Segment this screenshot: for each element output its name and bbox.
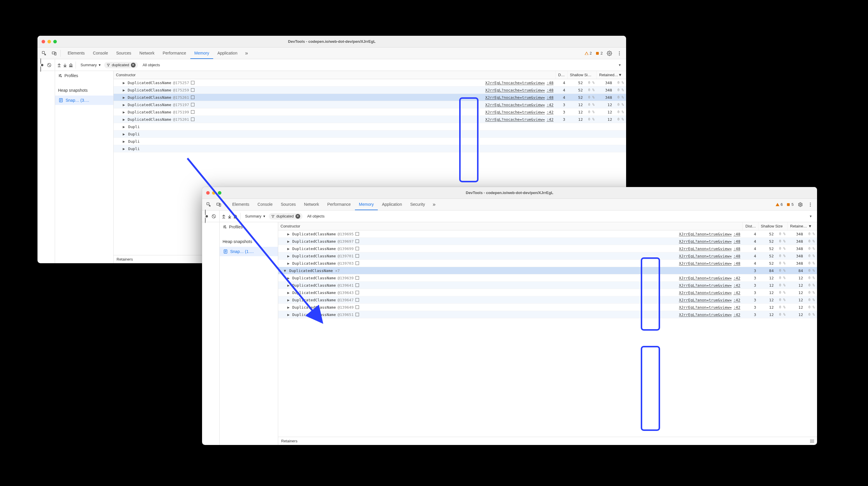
device-toolbar-icon[interactable] [214, 200, 224, 209]
source-link[interactable]: XJrrEgL?anon=true&view= [679, 232, 732, 236]
grip-icon[interactable] [810, 440, 814, 442]
source-link[interactable]: XJrrEgL?nocache=true&view= [485, 95, 545, 100]
upload-icon[interactable] [57, 63, 62, 67]
tab-application[interactable]: Application [378, 199, 406, 210]
col-shallow[interactable]: Shallow Si… [567, 71, 597, 79]
col-retained[interactable]: Retained…▼ [597, 71, 626, 79]
titlebar[interactable]: DevTools - codepen.io/web-dot-dev/pen/XJ… [37, 36, 626, 48]
chevron-down-icon[interactable]: ▾ [619, 63, 624, 67]
heap-object-row[interactable]: ▶ DuplicatedClassName @175199XJrrEgL?noc… [114, 109, 626, 116]
view-mode-select[interactable]: Summary ▾ [243, 213, 268, 220]
kebab-menu-icon[interactable] [614, 48, 624, 58]
heap-object-row[interactable]: ▶ DuplicatedClassName @175197XJrrEgL?noc… [114, 101, 626, 109]
tab-elements[interactable]: Elements [228, 199, 253, 210]
col-constructor[interactable]: Constructor [278, 222, 743, 230]
heap-object-row[interactable]: ▶ DuplicatedClassName @139647XJrrEgL?ano… [278, 296, 817, 304]
download-icon[interactable] [227, 214, 232, 219]
tab-security[interactable]: Security [406, 199, 429, 210]
heap-object-row[interactable]: ▶ DuplicatedClassName @139701XJrrEgL?ano… [278, 252, 817, 260]
source-link[interactable]: XJrrEgL?anon=true&view= [679, 261, 732, 265]
source-link[interactable]: XJrrEgL?anon=true&view= [679, 276, 732, 280]
close-button[interactable] [41, 40, 45, 44]
download-icon[interactable] [63, 63, 67, 67]
device-toolbar-icon[interactable] [49, 48, 59, 58]
col-shallow[interactable]: Shallow Size [758, 222, 788, 230]
clear-filter-icon[interactable]: ✕ [296, 214, 300, 219]
heap-object-row[interactable]: ▶ Dupli [114, 145, 626, 152]
source-link[interactable]: XJrrEgL?anon=true&view= [679, 305, 732, 310]
kebab-menu-icon[interactable] [805, 200, 815, 209]
source-link[interactable]: XJrrEgL?nocache=true&view= [485, 81, 545, 85]
heap-object-row[interactable]: ▶ Dupli [114, 131, 626, 138]
clear-icon[interactable] [47, 63, 52, 67]
heap-object-row[interactable]: ▶ Dupli [114, 123, 626, 131]
titlebar[interactable]: DevTools - codepen.io/web-dot-dev/pen/XJ… [202, 187, 817, 199]
heap-object-row[interactable]: ▶ DuplicatedClassName @139639XJrrEgL?ano… [278, 274, 817, 282]
inspect-element-icon[interactable] [39, 48, 49, 58]
warnings-badge[interactable]: 6 [775, 202, 783, 207]
tab-sources[interactable]: Sources [112, 48, 135, 59]
retainers-panel-header[interactable]: Retainers [278, 437, 817, 445]
source-link[interactable]: XJrrEgL?nocache=true&view= [485, 117, 545, 122]
source-link[interactable]: XJrrEgL?anon=true&view= [679, 239, 732, 244]
source-link[interactable]: XJrrEgL?anon=true&view= [679, 290, 732, 295]
source-link[interactable]: XJrrEgL?nocache=true&view= [485, 103, 545, 107]
upload-icon[interactable] [221, 214, 226, 219]
source-link[interactable]: XJrrEgL?anon=true&view= [679, 283, 732, 288]
snapshot-item[interactable]: Snap… (1.… [220, 247, 278, 256]
tab-console[interactable]: Console [89, 48, 112, 59]
source-link[interactable]: XJrrEgL?anon=true&view= [679, 247, 732, 251]
gc-icon[interactable] [68, 63, 73, 67]
maximize-button[interactable] [53, 40, 57, 44]
heap-object-row[interactable]: ▶ DuplicatedClassName @175261XJrrEgL?noc… [114, 94, 626, 101]
issues-badge[interactable]: 2 [595, 51, 603, 55]
gc-icon[interactable] [233, 214, 238, 219]
heap-object-row[interactable]: ▶ DuplicatedClassName @139649XJrrEgL?ano… [278, 304, 817, 311]
col-retained[interactable]: Retaine… ▼ [788, 222, 817, 230]
close-button[interactable] [206, 191, 210, 195]
source-link[interactable]: XJrrEgL?anon=true&view= [679, 254, 732, 258]
col-distance[interactable]: Di… [556, 71, 567, 79]
settings-icon[interactable] [795, 200, 805, 209]
heap-object-row[interactable]: ▶ DuplicatedClassName @175259XJrrEgL?noc… [114, 86, 626, 94]
heap-object-row[interactable]: ▶ DuplicatedClassName @139703XJrrEgL?ano… [278, 260, 817, 267]
source-link[interactable]: XJrrEgL?nocache=true&view= [485, 110, 545, 114]
tab-console[interactable]: Console [253, 199, 276, 210]
heap-object-row[interactable]: ▶ DuplicatedClassName @139697XJrrEgL?ano… [278, 238, 817, 245]
source-link[interactable]: XJrrEgL?anon=true&view= [679, 298, 732, 302]
source-link[interactable]: XJrrEgL?anon=true&view= [679, 312, 732, 317]
heap-object-row[interactable]: ▶ DuplicatedClassName @139641XJrrEgL?ano… [278, 282, 817, 289]
heap-object-row[interactable]: ▶ DuplicatedClassName @139699XJrrEgL?ano… [278, 245, 817, 252]
maximize-button[interactable] [218, 191, 221, 195]
heap-object-row[interactable]: ▶ DuplicatedClassName @175257XJrrEgL?noc… [114, 79, 626, 86]
chevron-down-icon[interactable]: ▾ [810, 214, 815, 218]
tab-performance[interactable]: Performance [323, 199, 354, 210]
settings-icon[interactable] [604, 48, 614, 58]
tab-network[interactable]: Network [300, 199, 323, 210]
snapshot-item[interactable]: Snap… (3.… [55, 95, 113, 105]
heap-object-row[interactable]: ▶ DuplicatedClassName @139695XJrrEgL?ano… [278, 230, 817, 238]
class-filter-chip[interactable]: duplicated ✕ [104, 62, 138, 68]
clear-icon[interactable] [211, 214, 216, 219]
heap-object-row[interactable]: ▶ DuplicatedClassName @139643XJrrEgL?ano… [278, 289, 817, 296]
tab-sources[interactable]: Sources [277, 199, 300, 210]
record-icon[interactable] [40, 59, 44, 71]
heap-object-row[interactable]: ▶ Dupli [114, 138, 626, 145]
tab-elements[interactable]: Elements [64, 48, 89, 59]
col-distance[interactable]: Dist… [743, 222, 758, 230]
tab-network[interactable]: Network [135, 48, 158, 59]
objects-filter-select[interactable]: All objects [140, 62, 164, 68]
tab-memory[interactable]: Memory [355, 199, 378, 210]
minimize-button[interactable] [48, 40, 51, 44]
view-mode-select[interactable]: Summary ▾ [78, 62, 103, 68]
issues-badge[interactable]: 5 [786, 202, 794, 207]
heap-group-row[interactable]: ▼ DuplicatedClassName ×73840 %840 % [278, 267, 817, 274]
more-tabs-icon[interactable]: » [429, 200, 439, 209]
record-icon[interactable] [205, 210, 209, 223]
tab-application[interactable]: Application [213, 48, 242, 59]
heap-object-row[interactable]: ▶ DuplicatedClassName @139651XJrrEgL?ano… [278, 311, 817, 318]
heap-object-row[interactable]: ▶ DuplicatedClassName @175201XJrrEgL?noc… [114, 116, 626, 123]
clear-filter-icon[interactable]: ✕ [131, 63, 135, 67]
tab-performance[interactable]: Performance [158, 48, 190, 59]
inspect-element-icon[interactable] [204, 200, 214, 209]
